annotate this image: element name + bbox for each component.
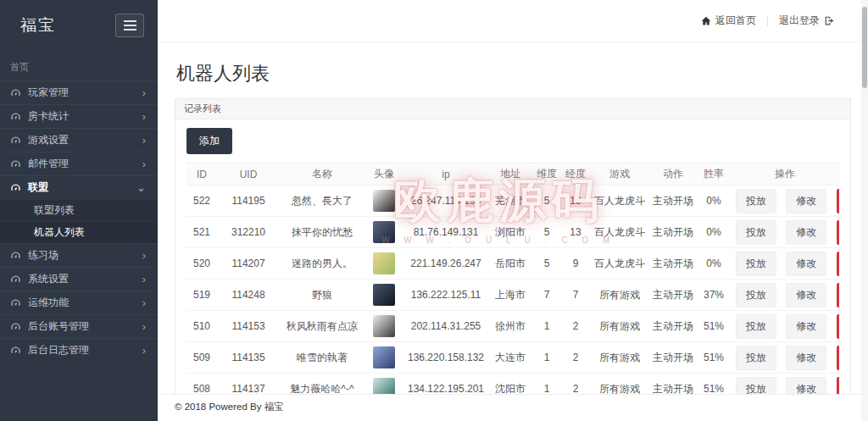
chevron-icon: › xyxy=(142,86,146,99)
cell-lng: 9 xyxy=(561,248,590,280)
column-header: ID xyxy=(186,163,217,186)
cell-id: 508 xyxy=(186,374,217,395)
sidebar-header: 福宝 xyxy=(0,0,158,49)
table-row: 510 114153 秋风秋雨有点凉 202.114.31.255 徐州市 1 … xyxy=(186,311,839,342)
chevron-icon: › xyxy=(142,158,146,170)
modify-button[interactable]: 修改 xyxy=(786,314,826,339)
deploy-button[interactable]: 投放 xyxy=(736,377,776,395)
sidebar-subitem[interactable]: 机器人列表 xyxy=(0,221,158,243)
sidebar-item[interactable]: 联盟 ⌄ xyxy=(0,175,158,199)
sidebar-item[interactable]: 运维功能 › xyxy=(0,291,158,314)
modify-button[interactable]: 修改 xyxy=(786,377,826,395)
delete-button[interactable]: 删除 xyxy=(837,346,839,370)
deploy-button[interactable]: 投放 xyxy=(736,189,776,213)
cell-lng: 13 xyxy=(561,186,590,217)
delete-button[interactable]: 删除 xyxy=(837,220,839,245)
back-home-link[interactable]: 返回首页 xyxy=(690,14,767,28)
cell-lat: 1 xyxy=(532,374,561,395)
add-button[interactable]: 添加 xyxy=(186,128,232,154)
cell-uid: 114135 xyxy=(217,342,280,374)
sidebar-item[interactable]: 邮件管理 › xyxy=(0,152,158,175)
cell-operations: 投放 修改 删除 xyxy=(731,280,839,311)
sidebar-item[interactable]: 系统设置 › xyxy=(0,267,158,291)
gauge-icon xyxy=(10,158,21,169)
delete-button[interactable]: 删除 xyxy=(837,283,839,307)
table-row: 520 114207 迷路的男人。 221.149.26.247 岳阳市 5 9… xyxy=(186,248,839,280)
robots-table: IDUID名称头像ip地址维度经度游戏动作胜率操作 522 114195 忽然、… xyxy=(186,163,839,394)
table-header-row: IDUID名称头像ip地址维度经度游戏动作胜率操作 xyxy=(186,163,839,186)
deploy-button[interactable]: 投放 xyxy=(736,314,776,339)
chevron-icon: › xyxy=(142,110,146,123)
deploy-button[interactable]: 投放 xyxy=(736,220,776,245)
cell-lat: 1 xyxy=(532,342,561,374)
chevron-icon: ⌄ xyxy=(136,181,146,194)
menu-toggle-icon[interactable] xyxy=(115,14,144,37)
cell-ip: 136.222.125.11 xyxy=(403,280,488,311)
modify-button[interactable]: 修改 xyxy=(786,220,826,245)
cell-uid: 114137 xyxy=(217,374,280,395)
cell-id: 521 xyxy=(186,217,217,248)
cell-lng: 7 xyxy=(561,280,590,311)
delete-button[interactable]: 删除 xyxy=(837,252,839,276)
sidebar-item-label: 后台日志管理 xyxy=(28,343,142,357)
cell-game: 百人龙虎斗 xyxy=(590,217,649,248)
column-header: 头像 xyxy=(364,163,403,186)
sidebar-item[interactable]: 练习场 › xyxy=(0,243,158,267)
cell-lng: 13 xyxy=(561,217,590,248)
avatar xyxy=(373,190,395,212)
cell-uid: 114248 xyxy=(217,280,280,311)
logout-link[interactable]: 退出登录 xyxy=(768,14,846,28)
modify-button[interactable]: 修改 xyxy=(786,346,826,370)
cell-addr: 上海市 xyxy=(488,280,532,311)
sidebar-section-home[interactable]: 首页 xyxy=(0,49,158,80)
cell-rate: 51% xyxy=(697,374,731,395)
home-icon xyxy=(701,16,711,26)
deploy-button[interactable]: 投放 xyxy=(736,252,776,276)
avatar xyxy=(373,315,395,337)
scrollbar-thumb[interactable] xyxy=(862,7,867,88)
cell-addr: 沈阳市 xyxy=(488,374,532,395)
scrollbar-track[interactable] xyxy=(861,0,868,421)
records-card: 记录列表 添加 IDUID名称头像ip地址维度经度游戏动作胜率操作 522 11… xyxy=(175,98,851,394)
gauge-icon xyxy=(10,135,21,146)
gauge-icon xyxy=(10,345,21,356)
cell-lat: 5 xyxy=(532,186,561,217)
cell-uid: 114153 xyxy=(217,311,280,342)
deploy-button[interactable]: 投放 xyxy=(736,283,776,307)
cell-addr: 浏阳市 xyxy=(488,217,532,248)
delete-button[interactable]: 删除 xyxy=(837,189,839,213)
cell-operations: 投放 修改 删除 xyxy=(731,248,839,280)
delete-button[interactable]: 删除 xyxy=(837,377,839,395)
modify-button[interactable]: 修改 xyxy=(786,283,826,307)
cell-lat: 1 xyxy=(532,311,561,342)
sidebar-item-label: 游戏设置 xyxy=(28,133,142,147)
cell-game: 所有游戏 xyxy=(590,311,649,342)
avatar xyxy=(373,252,395,274)
sidebar-item[interactable]: 玩家管理 › xyxy=(0,80,158,104)
column-header: 经度 xyxy=(561,163,590,186)
deploy-button[interactable]: 投放 xyxy=(736,346,776,370)
cell-operations: 投放 修改 删除 xyxy=(731,186,839,217)
cell-addr: 芜湖市 xyxy=(488,186,532,217)
cell-rate: 0% xyxy=(697,217,731,248)
gauge-icon xyxy=(10,87,21,98)
cell-uid: 114207 xyxy=(217,248,280,280)
modify-button[interactable]: 修改 xyxy=(786,252,826,276)
sidebar-item-label: 后台账号管理 xyxy=(28,319,142,334)
sidebar-subitem[interactable]: 联盟列表 xyxy=(0,199,158,221)
cell-ip: 202.114.31.255 xyxy=(403,311,488,342)
modify-button[interactable]: 修改 xyxy=(786,189,826,213)
delete-button[interactable]: 删除 xyxy=(837,314,839,339)
sidebar-item[interactable]: 游戏设置 › xyxy=(0,128,158,152)
avatar xyxy=(373,284,395,306)
sidebar-item[interactable]: 房卡统计 › xyxy=(0,104,158,128)
sidebar-item[interactable]: 后台日志管理 › xyxy=(0,338,158,362)
sidebar-item[interactable]: 后台账号管理 › xyxy=(0,314,158,338)
cell-lng: 2 xyxy=(561,342,590,374)
cell-id: 519 xyxy=(186,280,217,311)
cell-operations: 投放 修改 删除 xyxy=(731,374,839,395)
cell-name: 唯雪的執著 xyxy=(280,342,364,374)
sidebar-subitem-label: 联盟列表 xyxy=(34,203,75,218)
avatar xyxy=(373,346,395,368)
column-header: 维度 xyxy=(532,163,561,186)
